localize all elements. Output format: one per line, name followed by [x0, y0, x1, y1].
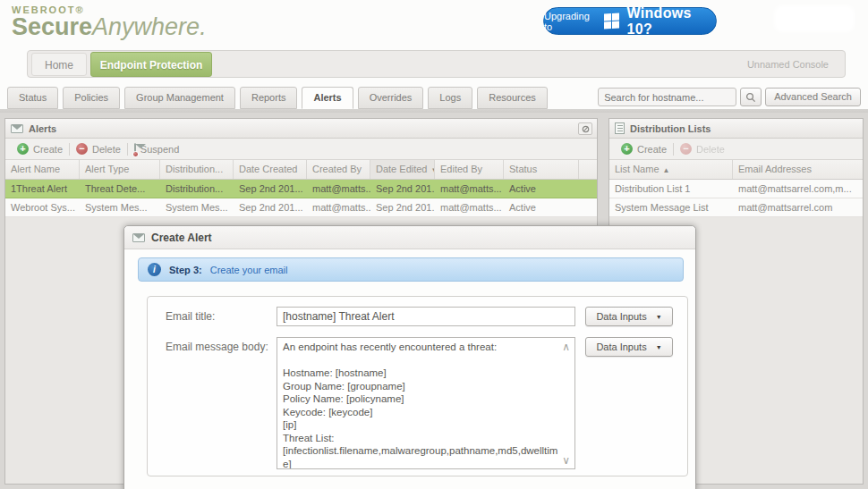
subtab-alerts[interactable]: Alerts: [302, 87, 353, 109]
search-button[interactable]: [740, 88, 762, 106]
list-item-distribution-list-1[interactable]: Distribution List 1 matt@mattsarrel.com,…: [609, 180, 863, 198]
col-list-name[interactable]: List Name▲: [609, 160, 733, 179]
upgrade-windows10-button[interactable]: Upgrading to Windows 10?: [543, 7, 717, 35]
delete-minus-icon: −: [76, 143, 88, 155]
create-alert-dialog: Create Alert i Step 3: Create your email…: [123, 225, 696, 489]
scroll-up-icon[interactable]: ∧: [562, 341, 570, 353]
cell-date-created: Sep 2nd 201...: [234, 198, 307, 216]
col-gutter: [579, 160, 597, 179]
data-inputs-label: Data Inputs: [596, 341, 646, 352]
subtab-policies[interactable]: Policies: [63, 87, 120, 109]
col-status[interactable]: Status: [504, 160, 579, 179]
alerts-panel-header: Alerts: [5, 119, 597, 139]
alerts-suspend-button[interactable]: Suspend: [128, 144, 185, 155]
distribution-create-button[interactable]: + Create: [615, 143, 673, 155]
create-plus-icon: +: [17, 143, 29, 155]
step-banner: i Step 3: Create your email: [138, 257, 684, 282]
cell-email-addresses: matt@mattsarrel.com: [733, 198, 863, 216]
step-description: Create your email: [210, 265, 288, 275]
subtab-overrides[interactable]: Overrides: [358, 87, 424, 109]
col-alert-type[interactable]: Alert Type: [80, 160, 160, 179]
col-email-addresses[interactable]: Email Addresses: [733, 160, 863, 179]
data-inputs-dropdown-title[interactable]: Data Inputs ▼: [585, 307, 673, 326]
search-icon: [745, 92, 756, 103]
secureanywhere-logo: SecureAnywhere.: [12, 15, 207, 38]
email-form-group: Email title: Data Inputs ▼ Email message…: [147, 296, 688, 476]
col-alert-name[interactable]: Alert Name: [5, 160, 80, 179]
col-distribution[interactable]: Distribution...: [160, 160, 234, 179]
cell-alert-name: 1Threat Alert: [5, 180, 80, 198]
cell-alert-type: System Mes...: [80, 198, 160, 216]
info-icon: i: [148, 263, 161, 276]
delete-label: Delete: [92, 144, 121, 155]
alerts-delete-button[interactable]: − Delete: [70, 143, 127, 155]
alerts-create-button[interactable]: + Create: [11, 143, 69, 155]
col-created-by[interactable]: Created By: [307, 160, 370, 179]
cell-alert-name: Webroot Sys...: [5, 198, 80, 216]
table-row-threat-alert[interactable]: 1Threat Alert Threat Dete... Distributio…: [5, 180, 597, 198]
search-input[interactable]: [598, 88, 736, 106]
alerts-toolbar: + Create − Delete Suspend: [5, 139, 597, 160]
redacted-region: [775, 6, 854, 31]
chevron-down-icon: ▼: [656, 344, 662, 350]
alerts-table-body: 1Threat Alert Threat Dete... Distributio…: [5, 180, 597, 217]
subtab-logs[interactable]: Logs: [428, 87, 472, 109]
cell-date-edited: Sep 2nd 201...: [370, 198, 435, 216]
suspend-icon: [134, 144, 136, 155]
panel-collapse-button[interactable]: [578, 122, 592, 135]
cell-status: Active: [504, 180, 579, 198]
app-window: WEBROOT® SecureAnywhere. Upgrading to Wi…: [0, 0, 868, 489]
tab-endpoint-protection[interactable]: Endpoint Protection: [90, 52, 212, 77]
cell-list-name: Distribution List 1: [609, 180, 733, 198]
cell-created-by: matt@matts...: [307, 180, 370, 198]
step-label: Step 3:: [169, 265, 202, 275]
scroll-down-icon[interactable]: ∨: [562, 454, 570, 472]
delete-label: Delete: [696, 144, 725, 155]
collapse-icon: [582, 125, 590, 133]
dialog-title: Create Alert: [151, 232, 212, 244]
data-inputs-label: Data Inputs: [596, 311, 646, 322]
list-item-system-message-list[interactable]: System Message List matt@mattsarrel.com: [609, 198, 863, 217]
dialog-titlebar[interactable]: Create Alert: [124, 226, 695, 249]
distribution-delete-button[interactable]: − Delete: [674, 143, 731, 155]
console-name-label: Unnamed Console: [747, 51, 829, 78]
distribution-table-body: Distribution List 1 matt@mattsarrel.com,…: [609, 180, 863, 217]
cell-date-created: Sep 2nd 201...: [234, 180, 307, 198]
subtab-group-management[interactable]: Group Management: [124, 87, 235, 109]
data-inputs-dropdown-body[interactable]: Data Inputs ▼: [585, 337, 673, 357]
advanced-search-button[interactable]: Advanced Search: [765, 88, 861, 106]
create-label: Create: [33, 144, 63, 155]
cell-distribution: Distribution...: [160, 180, 234, 198]
col-date-created[interactable]: Date Created: [234, 160, 307, 179]
subtab-bar: Status Policies Group Management Reports…: [0, 87, 868, 110]
alerts-panel-title: Alerts: [29, 123, 56, 134]
col-edited-by[interactable]: Edited By: [435, 160, 504, 179]
email-body-label: Email message body:: [166, 341, 268, 353]
distribution-list-icon: [615, 122, 625, 134]
sort-asc-icon: ▲: [663, 166, 670, 174]
subtab-resources[interactable]: Resources: [477, 87, 548, 109]
subtab-reports[interactable]: Reports: [240, 87, 298, 109]
windows-logo-icon: [604, 13, 619, 29]
cell-date-edited: Sep 2nd 201...: [370, 180, 435, 198]
subtab-status[interactable]: Status: [7, 87, 58, 109]
distribution-table-header: List Name▲ Email Addresses: [609, 160, 863, 180]
email-title-input[interactable]: [277, 307, 575, 326]
upgrade-product-label: Windows 10?: [626, 5, 716, 38]
email-title-label: Email title:: [166, 310, 215, 323]
email-body-textarea[interactable]: An endpoint has recently encountered a t…: [277, 337, 575, 469]
alerts-table-header: Alert Name Alert Type Distribution... Da…: [5, 160, 597, 180]
create-label: Create: [637, 144, 667, 155]
main-nav-bar: Home Endpoint Protection Unnamed Console: [27, 50, 846, 78]
cell-edited-by: matt@matts...: [435, 198, 504, 216]
distribution-panel-header: Distribution Lists: [609, 119, 863, 139]
distribution-toolbar: + Create − Delete: [609, 139, 863, 160]
suspend-label: Suspend: [140, 144, 179, 155]
col-date-edited[interactable]: Date Edited▼: [370, 160, 435, 179]
upgrade-prefix-label: Upgrading to: [544, 11, 597, 32]
cell-created-by: matt@matts...: [307, 198, 370, 216]
chevron-down-icon: ▼: [656, 314, 662, 320]
header-bar: WEBROOT® SecureAnywhere. Upgrading to Wi…: [0, 0, 868, 46]
tab-home[interactable]: Home: [31, 53, 87, 76]
table-row-webroot-system[interactable]: Webroot Sys... System Mes... System Mes.…: [5, 198, 597, 217]
